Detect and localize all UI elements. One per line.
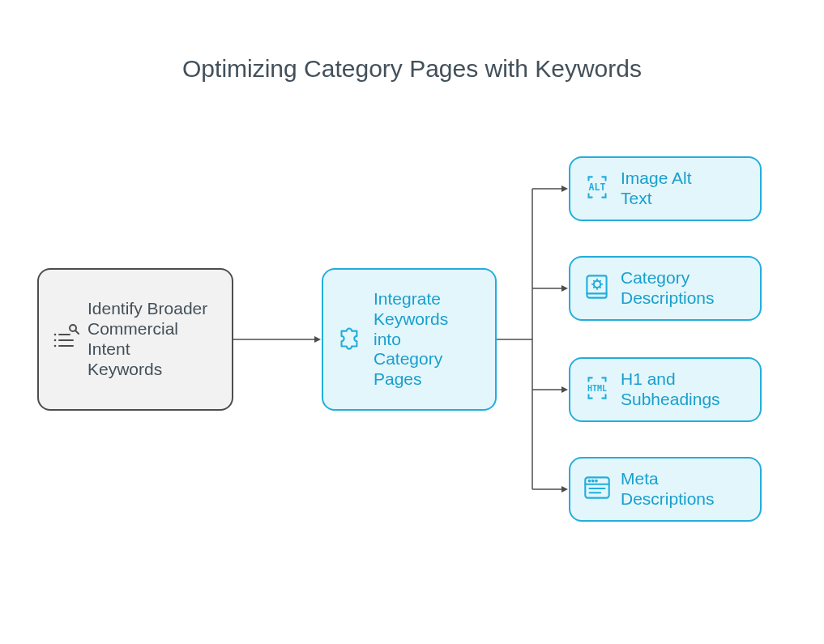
svg-marker-38	[561, 486, 568, 493]
book-gear-icon	[580, 270, 614, 307]
svg-line-18	[594, 287, 595, 288]
node-label: Identify Broader Commercial Intent Keywo…	[88, 299, 209, 379]
svg-line-17	[600, 281, 600, 282]
svg-point-2	[54, 334, 57, 336]
list-search-icon	[49, 322, 81, 357]
alt-text-icon: ALT	[580, 170, 614, 207]
svg-text:ALT: ALT	[589, 181, 606, 193]
svg-point-4	[54, 339, 57, 342]
puzzle-icon	[333, 321, 367, 358]
node-integrate-keywords: Integrate Keywords into Category Pages	[322, 268, 497, 411]
node-identify-keywords: Identify Broader Commercial Intent Keywo…	[37, 268, 233, 411]
svg-point-23	[592, 480, 594, 482]
node-label: Category Descriptions	[621, 268, 734, 309]
node-category-descriptions: Category Descriptions	[569, 256, 762, 321]
node-label: Integrate Keywords into Category Pages	[374, 289, 471, 390]
arrow-identify-to-integrate	[233, 335, 322, 345]
svg-line-16	[600, 287, 600, 288]
node-image-alt-text: ALT Image Alt Text	[569, 156, 762, 221]
node-label: Meta Descriptions	[621, 469, 734, 510]
svg-marker-34	[561, 285, 568, 292]
html-icon: HTML	[580, 371, 614, 408]
svg-line-1	[75, 331, 79, 334]
svg-point-6	[54, 345, 57, 348]
svg-point-24	[596, 480, 597, 482]
svg-marker-28	[314, 336, 321, 343]
svg-line-15	[594, 281, 595, 282]
svg-point-22	[589, 480, 591, 482]
diagram-title: Optimizing Category Pages with Keywords	[0, 55, 824, 83]
svg-text:HTML: HTML	[587, 384, 607, 393]
svg-marker-36	[561, 386, 568, 393]
node-meta-descriptions: Meta Descriptions	[569, 457, 762, 522]
node-label: H1 and Subheadings	[621, 369, 734, 410]
node-h1-subheadings: HTML H1 and Subheadings	[569, 357, 762, 422]
svg-marker-32	[561, 186, 568, 192]
arrow-integrate-branches	[497, 178, 571, 502]
browser-window-icon	[580, 471, 614, 508]
node-label: Image Alt Text	[621, 168, 726, 209]
